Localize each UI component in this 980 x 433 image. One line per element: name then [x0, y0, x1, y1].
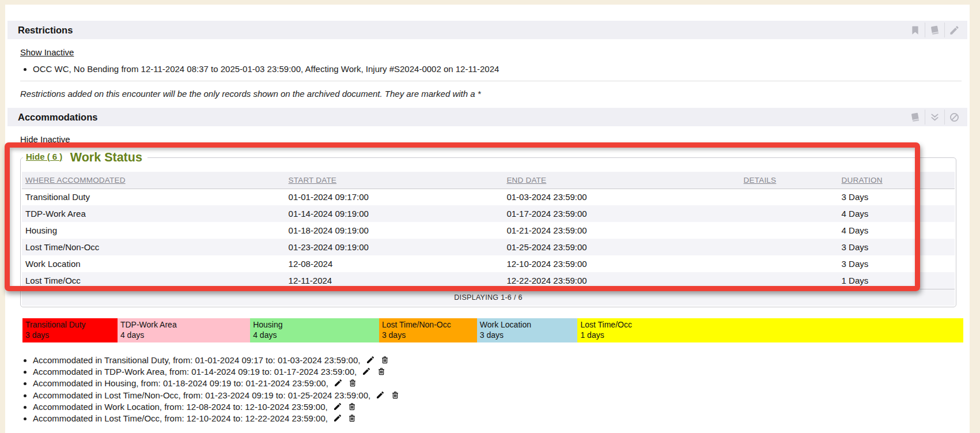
accommodations-title: Accommodations [18, 112, 97, 123]
timeline-segment: Lost Time/Non-Occ 3 days [379, 318, 477, 342]
col-header-details[interactable]: DETAILS [744, 176, 777, 185]
timeline-segment: Lost Time/Occ 1 days [577, 318, 963, 342]
work-status-legend: Hide ( 6 ) Work Status [23, 150, 147, 165]
hide-inactive-link[interactable]: Hide Inactive [20, 134, 70, 144]
delete-trash-icon[interactable] [380, 355, 389, 364]
list-item: Accommodated in Lost Time/Occ, from: 12-… [33, 413, 970, 424]
col-header-where-accommodated[interactable]: WHERE ACCOMMODATED [25, 176, 126, 185]
table-row: TDP-Work Area 01-14-2024 09:19:00 01-17-… [22, 205, 955, 222]
delete-trash-icon[interactable] [347, 413, 357, 423]
table-footer-row: DISPLAYING 1-6 / 6 [22, 289, 955, 306]
list-item: Accommodated in Transitional Duty, from:… [33, 355, 970, 366]
restrictions-note: Restrictions added on this encounter wil… [20, 89, 970, 99]
list-item: Accommodated in Housing, from: 01-18-202… [33, 378, 970, 389]
edit-pencil-icon[interactable] [333, 413, 342, 423]
divider [20, 81, 962, 81]
double-chevron-down-icon[interactable] [925, 110, 944, 125]
edit-pencil-icon[interactable] [376, 390, 385, 400]
ban-icon[interactable] [944, 110, 964, 125]
accommodation-timeline: Transitional Duty 3 days TDP-Work Area 4… [22, 318, 963, 342]
table-row: Housing 01-18-2024 09:19:00 01-21-2024 2… [22, 222, 955, 239]
restrictions-list: OCC WC, No Bending from 12-11-2024 08:37… [5, 63, 970, 74]
delete-trash-icon[interactable] [348, 378, 357, 387]
book-icon[interactable] [905, 110, 925, 125]
restrictions-toolbar [905, 21, 964, 39]
timeline-segment: TDP-Work Area 4 days [118, 318, 250, 342]
work-status-fieldset: Hide ( 6 ) Work Status WHERE ACCOMMODATE… [20, 150, 956, 307]
table-row: Lost Time/Occ 12-11-2024 12-22-2024 23:5… [22, 272, 955, 289]
delete-trash-icon[interactable] [347, 402, 357, 411]
paging-status: DISPLAYING 1-6 / 6 [22, 289, 955, 306]
accommodations-header: Accommodations [7, 108, 967, 126]
entry-text: Accommodated in Lost Time/Occ, from: 12-… [33, 413, 328, 423]
delete-trash-icon[interactable] [391, 390, 400, 400]
entry-text: Accommodated in Work Location, from: 12-… [33, 402, 328, 412]
hide-count-link[interactable]: Hide ( 6 ) [26, 152, 62, 161]
timeline-segment: Work Location 3 days [477, 318, 578, 342]
table-row: Transitional Duty 01-01-2024 09:17:00 01… [22, 189, 955, 205]
entry-text: Accommodated in Transitional Duty, from:… [33, 355, 360, 365]
col-header-duration[interactable]: DURATION [842, 176, 883, 185]
entry-text: Accommodated in Lost Time/Non-Occ, from:… [33, 390, 370, 400]
edit-pencil-icon[interactable] [362, 367, 371, 376]
timeline-segment: Transitional Duty 3 days [22, 318, 118, 342]
restriction-item: OCC WC, No Bending from 12-11-2024 08:37… [33, 63, 970, 74]
list-item: Accommodated in TDP-Work Area, from: 01-… [33, 366, 970, 378]
table-row: Lost Time/Non-Occ 01-23-2024 09:19:00 01… [22, 239, 955, 255]
entry-text: Accommodated in Housing, from: 01-18-202… [33, 378, 328, 388]
show-inactive-link[interactable]: Show Inactive [20, 47, 74, 57]
work-status-title: Work Status [70, 150, 142, 164]
table-row: Work Location 12-08-2024 12-10-2024 23:5… [22, 255, 955, 272]
content-panel: Restrictions Show Inactive OCC WC, No Be… [5, 5, 970, 433]
timeline-segment: Housing 4 days [250, 318, 379, 342]
edit-pencil-icon[interactable] [366, 355, 375, 364]
col-header-start-date[interactable]: START DATE [289, 176, 337, 185]
table-header-row: WHERE ACCOMMODATED START DATE END DATE D… [22, 172, 955, 189]
restrictions-header: Restrictions [7, 21, 967, 39]
accommodations-toolbar [905, 108, 964, 126]
edit-pencil-icon[interactable] [334, 378, 343, 387]
entry-text: Accommodated in TDP-Work Area, from: 01-… [33, 367, 357, 376]
restrictions-title: Restrictions [18, 25, 73, 36]
book-icon[interactable] [925, 22, 944, 37]
col-header-end-date[interactable]: END DATE [506, 176, 546, 185]
pencil-icon[interactable] [944, 22, 964, 37]
list-item: Accommodated in Lost Time/Non-Occ, from:… [33, 390, 970, 401]
work-status-table: WHERE ACCOMMODATED START DATE END DATE D… [22, 172, 955, 306]
edit-pencil-icon[interactable] [333, 402, 342, 411]
bookmark-icon[interactable] [905, 22, 925, 37]
accommodation-entries: Accommodated in Transitional Duty, from:… [5, 355, 970, 424]
list-item: Accommodated in Work Location, from: 12-… [33, 401, 970, 413]
delete-trash-icon[interactable] [377, 367, 386, 376]
